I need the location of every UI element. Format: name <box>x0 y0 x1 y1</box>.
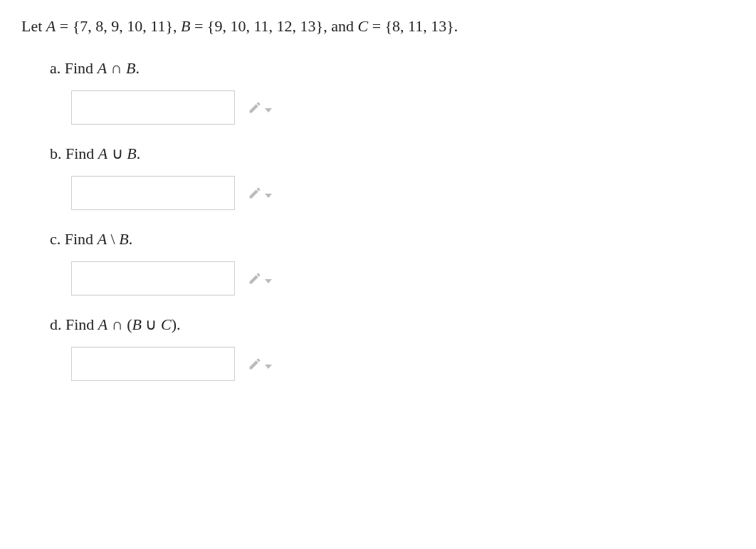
question-b-expr: A ∪ B. <box>98 145 140 162</box>
question-d: d. Find A ∩ (B ∪ C). <box>50 315 735 381</box>
intro-and: and <box>331 17 357 35</box>
question-d-label: d. Find A ∩ (B ∪ C). <box>50 315 735 334</box>
question-b-letter: b. <box>50 145 62 162</box>
equation-editor-button-d[interactable] <box>248 357 272 371</box>
intro-C-eq: = {8, 11, 13}. <box>368 17 458 35</box>
intro-B-eq: = {9, 10, 11, 12, 13}, <box>190 17 331 35</box>
question-a-expr: A ∩ B. <box>98 59 140 77</box>
question-a-label: a. Find A ∩ B. <box>50 59 735 78</box>
answer-row-a <box>71 90 735 125</box>
question-c-expr: A \ B. <box>98 230 133 248</box>
question-b-label: b. Find A ∪ B. <box>50 145 735 163</box>
pencil-icon <box>248 271 262 286</box>
problem-intro: Let A = {7, 8, 9, 10, 11}, B = {9, 10, 1… <box>21 14 735 38</box>
pencil-icon <box>248 357 262 371</box>
answer-input-c[interactable] <box>71 261 235 296</box>
question-c-letter: c. <box>50 230 61 248</box>
pencil-icon <box>248 186 262 200</box>
answer-row-b <box>71 176 735 210</box>
question-d-expr: A ∩ (B ∪ C). <box>98 315 181 333</box>
question-d-prefix: Find <box>65 315 98 333</box>
equation-editor-button-c[interactable] <box>248 271 272 286</box>
caret-down-icon <box>265 365 272 369</box>
question-a-prefix: Find <box>65 59 98 77</box>
question-list: a. Find A ∩ B. b. Find A ∪ B. <box>21 59 735 381</box>
question-c: c. Find A \ B. <box>50 230 735 296</box>
question-a-letter: a. <box>50 59 61 77</box>
pencil-icon <box>248 100 262 115</box>
var-C: C <box>357 17 368 35</box>
question-d-letter: d. <box>50 315 62 333</box>
caret-down-icon <box>265 108 272 113</box>
question-a: a. Find A ∩ B. <box>50 59 735 125</box>
intro-let: Let <box>21 17 46 35</box>
var-B: B <box>181 17 190 35</box>
equation-editor-button-b[interactable] <box>248 186 272 200</box>
answer-input-d[interactable] <box>71 347 235 381</box>
question-c-label: c. Find A \ B. <box>50 230 735 249</box>
question-b-prefix: Find <box>65 145 98 162</box>
caret-down-icon <box>265 279 272 283</box>
equation-editor-button-a[interactable] <box>248 100 272 115</box>
question-b: b. Find A ∪ B. <box>50 145 735 210</box>
var-A: A <box>46 17 56 35</box>
answer-input-a[interactable] <box>71 90 235 125</box>
answer-row-c <box>71 261 735 296</box>
question-c-prefix: Find <box>65 230 98 248</box>
caret-down-icon <box>265 194 272 198</box>
answer-row-d <box>71 347 735 381</box>
answer-input-b[interactable] <box>71 176 235 210</box>
intro-A-eq: = {7, 8, 9, 10, 11}, <box>56 17 181 35</box>
